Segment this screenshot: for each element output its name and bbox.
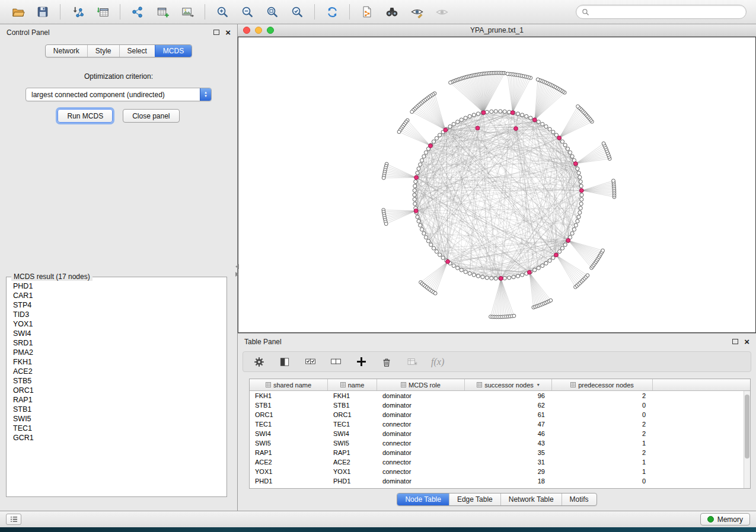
tab-node-table[interactable]: Node Table xyxy=(397,493,449,505)
cell-name: FKH1 xyxy=(328,391,377,400)
tab-network-table[interactable]: Network Table xyxy=(500,493,562,505)
mcds-result-item[interactable]: SWI5 xyxy=(13,414,226,424)
zoom-out-button[interactable] xyxy=(235,2,259,21)
mcds-result-item[interactable]: STP4 xyxy=(13,300,226,310)
mcds-result-item[interactable]: CAR1 xyxy=(13,291,226,300)
search-box[interactable] xyxy=(576,5,747,19)
add-column-button[interactable] xyxy=(355,355,368,368)
zoom-selected-button[interactable] xyxy=(285,2,309,21)
mcds-result-item[interactable]: SRD1 xyxy=(13,338,226,348)
mcds-result-item[interactable]: RAP1 xyxy=(13,395,226,405)
mcds-result-list[interactable]: PHD1CAR1STP4TID3YOX1SWI4SRD1PMA2FKH1ACE2… xyxy=(7,278,226,496)
table-row[interactable]: TEC1TEC1connector472 xyxy=(250,419,750,429)
table-row[interactable]: SWI5SWI5connector431 xyxy=(250,438,750,448)
splitter-collapse-handle[interactable] xyxy=(235,264,240,278)
tab-select[interactable]: Select xyxy=(119,45,155,57)
tab-network[interactable]: Network xyxy=(46,45,87,57)
export-image-button[interactable] xyxy=(176,2,199,21)
column-grid-icon xyxy=(401,382,406,387)
table-row[interactable]: ORC1ORC1dominator610 xyxy=(250,410,750,419)
mcds-result-item[interactable]: STB1 xyxy=(13,405,226,414)
cell-successor-nodes: 61 xyxy=(465,410,552,419)
mcds-result-item[interactable]: PHD1 xyxy=(13,281,226,291)
node-table-body: FKH1FKH1dominator962STB1STB1dominator620… xyxy=(250,391,750,486)
mcds-result-item[interactable]: GCR1 xyxy=(13,433,226,443)
new-network-button[interactable] xyxy=(126,2,149,21)
share-document-button[interactable] xyxy=(355,2,379,21)
search-input[interactable] xyxy=(592,8,741,16)
table-row[interactable]: RAP1RAP1dominator352 xyxy=(250,448,750,457)
run-mcds-button[interactable]: Run MCDS xyxy=(58,109,113,123)
network-window: YPA_prune.txt_1 xyxy=(238,24,756,333)
mcds-result-item[interactable]: PMA2 xyxy=(13,348,226,357)
task-history-button[interactable] xyxy=(6,514,21,525)
optimization-criterion-select[interactable]: largest connected component (undirected)… xyxy=(25,88,212,101)
zoom-fit-button[interactable] xyxy=(260,2,284,21)
table-row[interactable]: YOX1YOX1connector291 xyxy=(250,467,750,476)
mcds-result-item[interactable]: ACE2 xyxy=(13,367,226,376)
network-window-titlebar[interactable]: YPA_prune.txt_1 xyxy=(238,24,756,37)
memory-button[interactable]: Memory xyxy=(700,513,750,525)
close-icon[interactable]: × xyxy=(225,30,231,36)
mcds-result-item[interactable]: TID3 xyxy=(13,310,226,319)
network-canvas[interactable] xyxy=(238,37,756,333)
save-session-button[interactable] xyxy=(31,2,55,21)
tab-mcds[interactable]: MCDS xyxy=(155,45,192,57)
eye-edit-icon xyxy=(410,5,424,19)
show-hide-button[interactable] xyxy=(430,2,454,21)
column-grid-icon xyxy=(477,382,482,387)
float-window-icon[interactable] xyxy=(732,339,738,344)
mcds-result-item[interactable]: STB5 xyxy=(13,376,226,386)
function-builder-button[interactable]: f(x) xyxy=(431,357,444,367)
table-settings-button[interactable] xyxy=(253,355,266,368)
new-table-button[interactable] xyxy=(151,2,174,21)
open-session-button[interactable] xyxy=(6,2,30,21)
control-panel-tabs: Network Style Select MCDS xyxy=(0,44,237,57)
float-window-icon[interactable] xyxy=(213,30,219,35)
select-all-button[interactable] xyxy=(304,355,317,368)
gear-icon xyxy=(253,356,265,368)
cell-predecessor-nodes: 2 xyxy=(552,391,653,400)
column-grid-icon xyxy=(340,382,346,387)
zoom-in-button[interactable] xyxy=(210,2,234,21)
select-all-icon xyxy=(304,355,317,368)
mcds-result-item[interactable]: YOX1 xyxy=(13,319,226,329)
scrollbar-thumb[interactable] xyxy=(745,395,749,459)
find-button[interactable] xyxy=(380,2,404,21)
tab-edge-table[interactable]: Edge Table xyxy=(449,493,500,505)
close-panel-button[interactable]: Close panel xyxy=(123,109,179,123)
annotation-mode-button[interactable] xyxy=(405,2,429,21)
close-icon[interactable]: × xyxy=(744,339,749,345)
zoom-fit-icon xyxy=(266,5,279,19)
column-header-successor-nodes[interactable]: successor nodes ▾ xyxy=(465,379,552,390)
minimize-window-button[interactable] xyxy=(255,27,262,34)
table-scrollbar[interactable] xyxy=(744,391,750,488)
table-row[interactable]: SWI4SWI4dominator462 xyxy=(250,429,750,438)
column-header-name[interactable]: name xyxy=(328,379,377,390)
refresh-button[interactable] xyxy=(320,2,344,21)
close-window-button[interactable] xyxy=(243,27,250,34)
delete-column-button[interactable] xyxy=(380,355,393,368)
plus-icon xyxy=(355,355,368,368)
maximize-window-button[interactable] xyxy=(267,27,274,34)
clear-table-button[interactable] xyxy=(406,355,419,368)
tab-motifs[interactable]: Motifs xyxy=(562,493,596,505)
deselect-all-button[interactable] xyxy=(329,355,342,368)
cell-name: RAP1 xyxy=(328,448,377,457)
mcds-result-item[interactable]: SWI4 xyxy=(13,329,226,338)
mcds-result-item[interactable]: TEC1 xyxy=(13,424,226,433)
table-row[interactable]: ACE2ACE2connector311 xyxy=(250,457,750,467)
mcds-result-item[interactable]: FKH1 xyxy=(13,357,226,367)
column-header-shared-name[interactable]: shared name xyxy=(250,379,328,390)
table-row[interactable]: FKH1FKH1dominator962 xyxy=(250,391,750,400)
table-row[interactable]: PHD1PHD1dominator180 xyxy=(250,476,750,486)
table-row[interactable]: STB1STB1dominator620 xyxy=(250,400,750,410)
import-network-button[interactable] xyxy=(66,2,90,21)
show-columns-button[interactable] xyxy=(278,355,291,368)
column-header-predecessor-nodes[interactable]: predecessor nodes xyxy=(552,379,653,390)
mcds-result-item[interactable]: ORC1 xyxy=(13,386,226,395)
import-table-button[interactable] xyxy=(91,2,114,21)
cell-mcds-role: dominator xyxy=(377,476,465,486)
column-header-mcds-role[interactable]: MCDS role xyxy=(377,379,465,390)
tab-style[interactable]: Style xyxy=(87,45,119,57)
